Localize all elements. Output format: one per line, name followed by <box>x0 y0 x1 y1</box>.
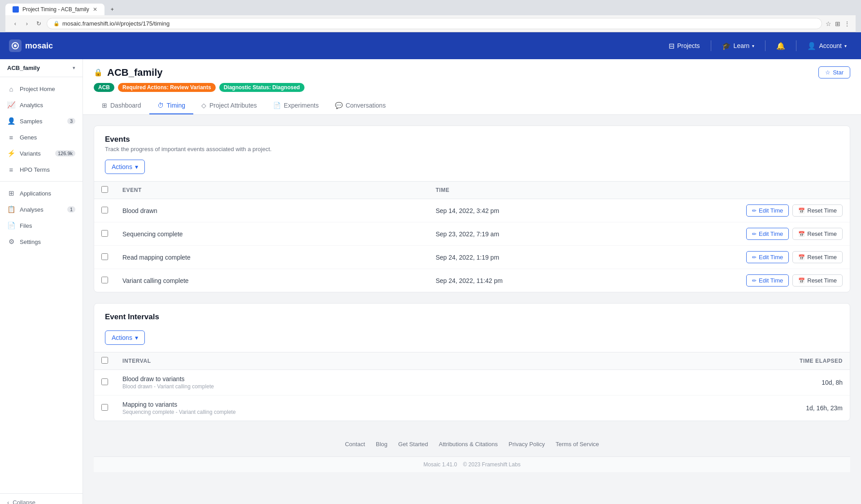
edit-time-icon: ✏ <box>752 231 757 237</box>
sidebar-item-settings[interactable]: ⚙ Settings <box>0 234 83 250</box>
edit-time-button[interactable]: ✏ Edit Time <box>746 204 789 217</box>
row-checkbox[interactable] <box>101 230 108 237</box>
project-tabs: ⊞ Dashboard ⏱ Timing ◇ Project Attribute… <box>94 97 850 114</box>
row-checkbox[interactable] <box>101 207 108 213</box>
more-icon[interactable]: ⋮ <box>844 20 850 27</box>
extensions-icon[interactable]: ⊞ <box>835 20 840 27</box>
sidebar-item-hpo-terms[interactable]: ≡ HPO Terms <box>0 161 83 178</box>
footer-link-get-started[interactable]: Get Started <box>398 441 428 448</box>
sidebar-label-settings: Settings <box>20 239 41 245</box>
project-title-row: 🔒 ACB_family ☆ Star <box>94 66 850 78</box>
variants-icon: ⚡ <box>7 149 15 157</box>
analyses-badge: 1 <box>67 206 75 213</box>
intervals-col-interval: Interval <box>115 352 622 370</box>
sidebar-item-variants[interactable]: ⚡ Variants 126.9k <box>0 145 83 161</box>
edit-time-button[interactable]: ✏ Edit Time <box>746 274 789 287</box>
footer-link-privacy[interactable]: Privacy Policy <box>509 441 545 448</box>
row-checkbox[interactable] <box>101 277 108 283</box>
reload-btn[interactable]: ↻ <box>34 19 43 28</box>
logo-text: mosaic <box>25 41 53 51</box>
table-row: Blood drawn Sep 14, 2022, 3:42 pm ✏ Edit… <box>94 199 850 222</box>
event-actions-cell: ✏ Edit Time 📅 Reset Time <box>738 269 850 292</box>
interval-checkbox[interactable] <box>101 404 108 411</box>
account-nav-item[interactable]: 👤 Account ▾ <box>802 38 852 54</box>
learn-icon: 🎓 <box>722 42 731 50</box>
project-selector[interactable]: ACB_family ▾ <box>0 59 83 77</box>
intervals-card: Event Intervals Actions ▾ Interval <box>94 303 850 421</box>
sidebar-item-applications[interactable]: ⊞ Applications <box>0 185 83 201</box>
active-tab[interactable]: Project Timing - ACB_family ✕ <box>5 4 104 15</box>
page-footer: Contact Blog Get Started Attributions & … <box>94 432 850 456</box>
intervals-actions-button[interactable]: Actions ▾ <box>105 330 145 345</box>
tab-dashboard[interactable]: ⊞ Dashboard <box>94 97 149 114</box>
sidebar-item-analyses[interactable]: 📋 Analyses 1 <box>0 201 83 217</box>
new-tab-btn[interactable]: + <box>106 4 118 15</box>
sidebar-label-hpo-terms: HPO Terms <box>20 166 50 173</box>
intervals-card-header: Event Intervals <box>94 304 850 330</box>
edit-time-icon: ✏ <box>752 254 757 261</box>
analytics-icon: 📈 <box>7 101 15 109</box>
learn-nav-item[interactable]: 🎓 Learn ▾ <box>717 38 760 54</box>
tab-experiments[interactable]: 📄 Experiments <box>265 97 327 114</box>
sidebar-item-analytics[interactable]: 📈 Analytics <box>0 97 83 113</box>
tab-project-attributes[interactable]: ◇ Project Attributes <box>193 97 265 114</box>
edit-time-icon: ✏ <box>752 208 757 214</box>
project-title: ACB_family <box>107 67 162 78</box>
tab-timing[interactable]: ⏱ Timing <box>149 97 194 114</box>
intervals-actions-chevron-icon: ▾ <box>135 334 138 341</box>
events-actions-button[interactable]: Actions ▾ <box>105 160 145 174</box>
sidebar-divider <box>0 181 83 182</box>
tab-close-btn[interactable]: ✕ <box>93 6 97 13</box>
intervals-col-checkbox <box>94 352 115 370</box>
sidebar-item-project-home[interactable]: ⌂ Project Home <box>0 81 83 97</box>
table-row: Blood draw to variants Blood drawn - Var… <box>94 370 850 395</box>
event-time-cell: Sep 24, 2022, 1:19 pm <box>428 246 738 269</box>
event-actions-cell: ✏ Edit Time 📅 Reset Time <box>738 199 850 222</box>
attributes-tab-icon: ◇ <box>201 102 206 109</box>
footer-link-contact[interactable]: Contact <box>345 441 365 448</box>
interval-elapsed-cell: 1d, 16h, 23m <box>622 395 850 421</box>
forward-btn[interactable]: › <box>22 19 31 28</box>
reset-time-button[interactable]: 📅 Reset Time <box>792 274 843 287</box>
row-checkbox-cell <box>94 222 115 246</box>
sidebar-label-genes: Genes <box>20 134 37 141</box>
reset-time-button[interactable]: 📅 Reset Time <box>792 204 843 217</box>
row-checkbox[interactable] <box>101 253 108 260</box>
reset-time-button[interactable]: 📅 Reset Time <box>792 228 843 240</box>
url-bar[interactable]: 🔒 mosaic.frameshift.io/#/projects/175/ti… <box>47 18 822 29</box>
event-actions-cell: ✏ Edit Time 📅 Reset Time <box>738 222 850 246</box>
sidebar-item-samples[interactable]: 👤 Samples 3 <box>0 113 83 129</box>
project-header: 🔒 ACB_family ☆ Star ACB Required Actions… <box>83 59 861 115</box>
learn-chevron-icon: ▾ <box>752 43 754 48</box>
event-actions-cell: ✏ Edit Time 📅 Reset Time <box>738 246 850 269</box>
tab-conversations[interactable]: 💬 Conversations <box>327 97 394 114</box>
interval-name-cell: Blood draw to variants Blood drawn - Var… <box>115 370 622 395</box>
intervals-select-all-checkbox[interactable] <box>101 357 108 364</box>
edit-time-icon: ✏ <box>752 278 757 284</box>
row-checkbox-cell <box>94 246 115 269</box>
event-name-cell: Read mapping complete <box>115 246 428 269</box>
bell-icon: 🔔 <box>776 42 785 50</box>
account-icon: 👤 <box>807 42 816 50</box>
footer-link-attributions[interactable]: Attributions & Citations <box>439 441 498 448</box>
experiments-tab-label: Experiments <box>284 102 319 109</box>
interval-checkbox[interactable] <box>101 378 108 385</box>
back-btn[interactable]: ‹ <box>11 19 20 28</box>
interval-elapsed-cell: 10d, 8h <box>622 370 850 395</box>
edit-time-button[interactable]: ✏ Edit Time <box>746 251 789 263</box>
project-tags: ACB Required Actions: Review Variants Di… <box>94 83 850 92</box>
edit-time-button[interactable]: ✏ Edit Time <box>746 228 789 240</box>
nav-items: ⊟ Projects 🎓 Learn ▾ 🔔 👤 Account ▾ <box>663 38 852 54</box>
footer-link-terms[interactable]: Terms of Service <box>556 441 599 448</box>
reset-time-button[interactable]: 📅 Reset Time <box>792 251 843 263</box>
sidebar-collapse-btn[interactable]: ‹ Collapse <box>0 493 83 504</box>
sidebar-item-genes[interactable]: ≡ Genes <box>0 129 83 145</box>
projects-nav-item[interactable]: ⊟ Projects <box>663 38 705 54</box>
star-button[interactable]: ☆ Star <box>818 66 850 78</box>
notifications-nav-item[interactable]: 🔔 <box>771 38 791 54</box>
bookmark-icon[interactable]: ☆ <box>826 20 831 27</box>
sidebar-item-files[interactable]: 📄 Files <box>0 217 83 234</box>
logo[interactable]: mosaic <box>9 39 53 52</box>
footer-link-blog[interactable]: Blog <box>376 441 387 448</box>
events-select-all-checkbox[interactable] <box>101 186 108 193</box>
